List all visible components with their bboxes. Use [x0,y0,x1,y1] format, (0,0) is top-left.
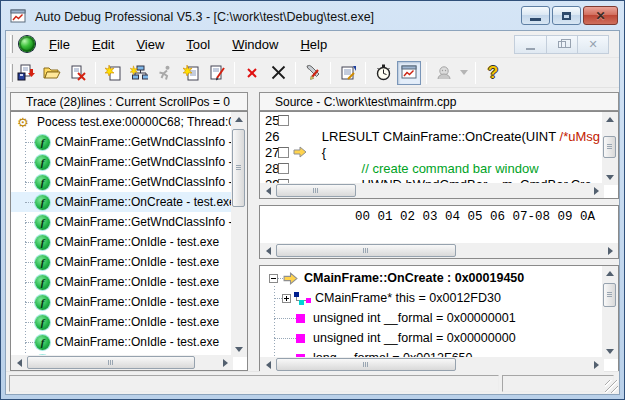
trace-vertical-scrollbar[interactable] [231,112,247,357]
properties-button[interactable] [336,61,360,85]
scroll-up-button[interactable] [602,266,618,281]
open-trace-button[interactable] [40,61,64,85]
scroll-left-button[interactable] [260,357,276,372]
source-horizontal-scrollbar[interactable] [260,183,604,198]
trace-row[interactable]: fCMainFrame::OnIdle - test.exe [11,312,247,332]
mdi-restore-button[interactable] [546,36,577,53]
trace-horizontal-scrollbar[interactable] [11,355,233,370]
memory-horizontal-scrollbar[interactable] [260,243,618,258]
child-window-icon[interactable] [19,36,35,52]
watch-view[interactable]: CMainFrame::OnCreate : 0x00019450 CMainF… [259,265,619,373]
menu-file[interactable]: File [41,34,78,55]
watch-vertical-scrollbar[interactable] [602,266,618,359]
scroll-right-button[interactable] [588,183,604,198]
trace-tree[interactable]: ⚙ Pocess test.exe:00000C68; Thread:00 0 … [10,111,248,371]
minimize-icon [530,18,541,21]
trace-row-selected[interactable]: fCMainFrame::OnCreate - test.exe [11,192,247,212]
source-view[interactable]: 25 26 LRESULT CMainFrame::OnCreate(UINT … [259,111,619,199]
minimize-button[interactable] [521,6,550,25]
trace-row[interactable]: fCMainFrame::GetWndClassInfo - test.exe [11,172,247,192]
main-window-button[interactable] [397,61,421,85]
trace-row[interactable]: fCMainFrame::OnIdle - test.exe [11,332,247,352]
trace-row[interactable]: fCMainFrame::OnIdle - test.exe [11,252,247,272]
collapse-box-icon[interactable] [269,274,278,283]
big-black-x-icon [271,65,286,80]
edit-breakpoints-button[interactable] [205,61,229,85]
save-trace-button[interactable] [14,61,38,85]
breakpoint-checkbox[interactable] [278,147,289,158]
trace-row[interactable]: fCMainFrame::OnIdle - test.exe [11,232,247,252]
scroll-left-button[interactable] [260,183,276,198]
scroll-right-button[interactable] [602,243,618,258]
scroll-thumb[interactable] [276,184,356,197]
timer-button[interactable] [371,61,395,85]
function-icon: f [35,275,50,290]
trace-row[interactable]: fCMainFrame::GetWndClassInfo - test.exe [11,152,247,172]
breakpoint-checkbox[interactable] [278,115,289,126]
scroll-thumb[interactable] [27,356,195,369]
menu-view[interactable]: View [128,34,172,55]
memory-column-header: 00 01 02 03 04 05 06 07-08 09 0A [260,206,618,224]
menu-tool[interactable]: Tool [178,34,218,55]
new-process-button[interactable] [101,61,125,85]
delete-breakpoint-button[interactable] [240,61,264,85]
clear-all-button[interactable] [266,61,290,85]
scroll-thumb[interactable] [603,136,616,158]
class-object-icon [294,292,311,305]
delete-trace-button[interactable] [66,61,90,85]
menu-window[interactable]: Window [224,34,286,55]
close-button[interactable]: ✕ [583,6,618,25]
toolbar-separator [330,62,331,84]
scroll-thumb[interactable] [603,283,616,307]
source-line-current: 27 { [260,144,618,160]
main-window-icon [401,65,418,80]
scroll-down-button[interactable] [231,342,247,357]
trace-row[interactable]: fCMainFrame::OnIdle - test.exe [11,292,247,312]
user-dropdown-disabled [457,62,471,84]
attach-process-button[interactable] [127,61,151,85]
scroll-thumb[interactable] [276,358,456,371]
user-face-icon [436,65,452,81]
expand-box-icon[interactable] [282,294,291,303]
title-bar[interactable]: Auto Debug Professional V5.3 - [C:\work\… [5,3,620,30]
resize-grip[interactable] [605,380,618,393]
menu-help[interactable]: Help [292,34,335,55]
source-vertical-scrollbar[interactable] [602,112,618,185]
watch-row[interactable]: unsigned int __formal = 0x00000001 [260,308,618,328]
trace-row[interactable]: fCMainFrame::OnIdle - test.exe [11,272,247,292]
mdi-close-button[interactable]: ✕ [577,36,608,53]
menu-edit[interactable]: Edit [84,34,122,55]
scroll-right-button[interactable] [217,355,233,370]
watch-row[interactable]: CMainFrame* this = 0x0012FD30 [260,288,618,308]
toolbar-grip[interactable] [10,64,13,82]
help-button[interactable]: ? [481,61,505,85]
small-red-x-icon [246,67,258,79]
mdi-child-buttons: ✕ [514,35,609,54]
scroll-left-button[interactable] [260,243,276,258]
scroll-thumb[interactable] [276,244,456,257]
view-modules-button[interactable] [179,61,203,85]
maximize-button[interactable] [552,6,581,25]
member-variable-icon [296,334,305,343]
watch-horizontal-scrollbar[interactable] [260,357,604,372]
breakpoint-checkbox[interactable] [278,163,289,174]
scroll-thumb[interactable] [232,129,245,207]
scroll-up-button[interactable] [602,112,618,127]
scroll-down-button[interactable] [602,344,618,359]
scroll-up-button[interactable] [231,112,247,127]
current-line-arrow-icon [293,146,307,158]
scroll-left-button[interactable] [11,355,27,370]
trace-root-row[interactable]: ⚙ Pocess test.exe:00000C68; Thread:00 0 [11,112,247,132]
trace-row[interactable]: fCMainFrame::GetWndClassInfo - test.exe [11,212,247,232]
menubar-grip[interactable] [10,35,13,53]
mdi-minimize-button[interactable] [515,36,546,53]
memory-view[interactable]: 00 01 02 03 04 05 06 07-08 09 0A [259,205,619,259]
watch-row[interactable]: unsigned int __formal = 0x00000000 [260,328,618,348]
scroll-down-button[interactable] [602,170,618,185]
scroll-right-button[interactable] [588,357,604,372]
toolbar-separator [475,62,476,84]
save-trace-icon [17,64,35,81]
watch-root-row[interactable]: CMainFrame::OnCreate : 0x00019450 [260,268,618,288]
trace-row[interactable]: fCMainFrame::GetWndClassInfo - test.exe [11,132,247,152]
tools-button[interactable] [301,61,325,85]
